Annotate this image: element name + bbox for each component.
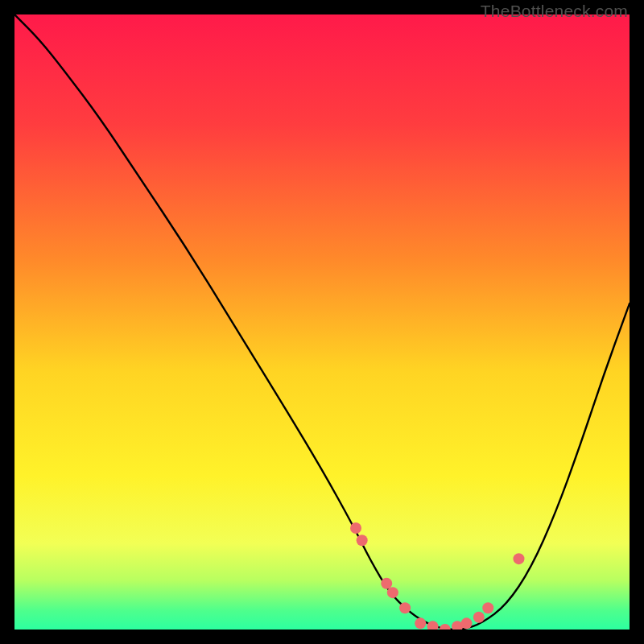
optimal-marker [482, 602, 493, 613]
optimal-marker [399, 602, 411, 613]
optimal-marker [461, 617, 473, 629]
chart-frame [14, 14, 630, 630]
optimal-marker [415, 617, 426, 629]
optimal-marker [357, 535, 368, 546]
attribution-text: TheBottleneck.com [481, 2, 628, 21]
optimal-marker [473, 612, 485, 623]
bottleneck-chart [14, 14, 630, 630]
optimal-marker [513, 553, 524, 564]
gradient-background [14, 14, 630, 630]
optimal-marker [350, 522, 361, 534]
optimal-marker [387, 587, 398, 598]
optimal-marker [381, 578, 392, 589]
